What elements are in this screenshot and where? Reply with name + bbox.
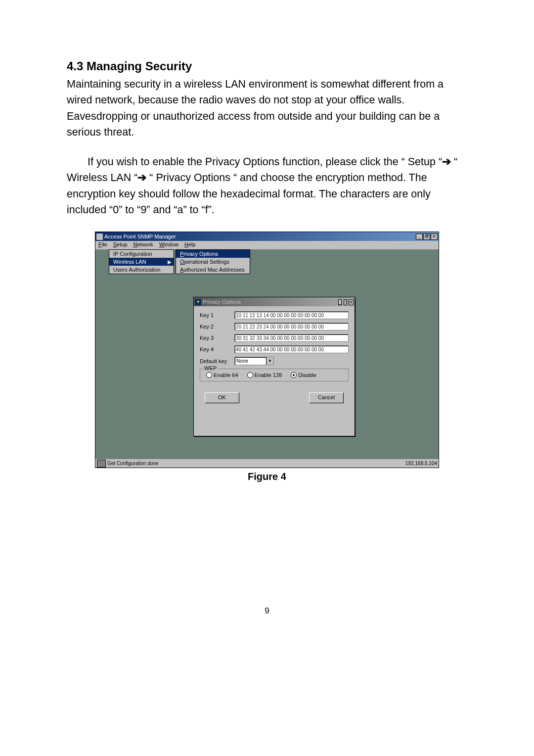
key4-input[interactable]: [234, 345, 349, 353]
submenu-ip-config[interactable]: IP Configuration: [109, 250, 174, 258]
screenshot-window: Access Point SNMP Manager _ 🗗 ✕ File Set…: [95, 232, 439, 468]
cancel-button[interactable]: Cancel: [309, 392, 344, 403]
radio-enable-128[interactable]: Enable 128: [247, 372, 282, 378]
p2-part1: If you wish to enable the Privacy Option…: [88, 156, 442, 168]
key1-input[interactable]: [234, 311, 349, 319]
dialog-title: Privacy Options: [203, 299, 338, 305]
default-key-label: Default key: [200, 358, 234, 364]
submenu-operational-settings[interactable]: Operational Settings: [176, 258, 250, 266]
chevron-right-icon: ▶: [168, 259, 172, 265]
radio-enable-64-label: Enable 64: [214, 372, 238, 378]
menu-setup[interactable]: Setup: [110, 241, 131, 249]
submenu-wireless-lan-label: Wireless LAN: [113, 259, 146, 265]
section-heading: 4.3 Managing Security: [67, 59, 467, 73]
submenu-authorized-mac[interactable]: Authorized Mac Addresses: [176, 266, 250, 274]
arrow-1: ➔: [442, 154, 451, 170]
key3-input[interactable]: [234, 334, 349, 342]
submenu-wireless-lan[interactable]: Wireless LAN ▶: [109, 258, 174, 266]
dialog-min-button[interactable]: _: [338, 299, 342, 305]
default-key-value: None: [235, 358, 266, 364]
radio-dot: [206, 372, 212, 378]
menu-help[interactable]: Help: [181, 241, 199, 249]
chevron-down-icon: ▼: [266, 357, 273, 365]
tray-icon: [97, 460, 106, 468]
setup-submenu: IP Configuration Wireless LAN ▶ Users Au…: [109, 249, 174, 274]
menu-window[interactable]: Window: [156, 241, 181, 249]
paragraph-2: If you wish to enable the Privacy Option…: [67, 154, 467, 218]
key3-label: Key 3: [200, 335, 234, 341]
wep-label: WEP: [203, 365, 218, 371]
dialog-titlebar: ✦ Privacy Options _ □ ✕: [194, 297, 355, 306]
menubar: File Setup Network Window Help: [95, 241, 439, 250]
radio-enable-128-label: Enable 128: [255, 372, 282, 378]
restore-button[interactable]: 🗗: [423, 234, 430, 240]
submenu-users-auth[interactable]: Users Authorization: [109, 266, 174, 274]
menu-file[interactable]: File: [95, 241, 110, 249]
ok-button[interactable]: OK: [205, 392, 239, 403]
app-icon: [96, 234, 103, 240]
wireless-submenu: Privacy Options Operational Settings Aut…: [176, 249, 250, 274]
paragraph-1: Maintaining security in a wireless LAN e…: [67, 76, 467, 140]
dialog-close-button[interactable]: ✕: [349, 299, 354, 305]
main-titlebar: Access Point SNMP Manager _ 🗗 ✕: [95, 232, 439, 241]
radio-enable-64[interactable]: Enable 64: [206, 372, 238, 378]
arrow-2: ➔: [137, 170, 146, 186]
close-button[interactable]: ✕: [431, 234, 438, 240]
radio-dot: [247, 372, 253, 378]
submenu-privacy-options[interactable]: Privacy Options: [176, 250, 250, 258]
key2-input[interactable]: [234, 323, 349, 331]
key2-label: Key 2: [200, 324, 234, 330]
status-text: Get Configuration done: [107, 461, 158, 466]
page-number: 9: [67, 606, 467, 616]
wep-group: WEP Enable 64 Enable 128: [200, 369, 349, 381]
radio-disable[interactable]: Disable: [291, 372, 316, 378]
statusbar: Get Configuration done 192.168.5.104: [95, 459, 439, 468]
privacy-options-dialog: ✦ Privacy Options _ □ ✕ Key 1 Key 2: [193, 297, 355, 436]
status-ip: 192.168.5.104: [405, 461, 437, 466]
lock-icon: ✦: [195, 299, 201, 305]
key4-label: Key 4: [200, 346, 234, 352]
default-key-dropdown[interactable]: None ▼: [234, 357, 274, 365]
menu-network[interactable]: Network: [131, 241, 156, 249]
main-title: Access Point SNMP Manager: [104, 234, 416, 239]
key1-label: Key 1: [200, 312, 234, 318]
dialog-max-button[interactable]: □: [344, 299, 347, 305]
radio-dot-selected: [291, 372, 297, 378]
figure-caption: Figure 4: [67, 471, 467, 482]
min-button[interactable]: _: [416, 234, 423, 240]
radio-disable-label: Disable: [298, 372, 316, 378]
